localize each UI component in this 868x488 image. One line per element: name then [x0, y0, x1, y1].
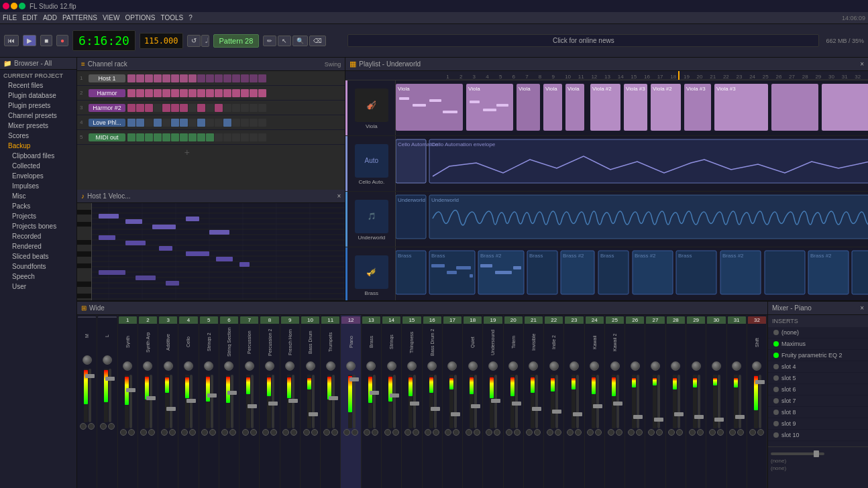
pat-btn[interactable]: [171, 74, 179, 82]
ch-fader-track[interactable]: [698, 375, 700, 428]
pat-btn[interactable]: [197, 74, 205, 82]
sidebar-item-envelopes[interactable]: Envelopes: [0, 171, 76, 181]
ch-route-knob[interactable]: [697, 429, 704, 436]
pat-btn[interactable]: [188, 89, 197, 97]
ch-route-knob[interactable]: [331, 429, 338, 436]
pat-btn[interactable]: [180, 74, 188, 82]
mixer-channel-19[interactable]: 19 Undersound: [483, 315, 503, 488]
ch-fader-knob[interactable]: [735, 415, 745, 419]
ch-pan-knob[interactable]: [488, 361, 498, 371]
ch-fader-knob[interactable]: [349, 377, 359, 381]
insert-slot-8[interactable]: slot 8: [768, 407, 868, 418]
stop-button[interactable]: ■: [40, 35, 52, 46]
ch-send-knob[interactable]: [161, 429, 168, 436]
pat-btn[interactable]: [145, 104, 153, 112]
ch-send-knob[interactable]: [709, 429, 716, 436]
ch-fader-track[interactable]: [190, 375, 193, 428]
sidebar-item-plugin-db[interactable]: Plugin database: [0, 90, 76, 101]
ch-send-knob[interactable]: [506, 429, 512, 436]
ch-fader-knob[interactable]: [85, 374, 95, 378]
ch-fader-knob[interactable]: [471, 404, 480, 408]
ch-route-knob[interactable]: [351, 429, 358, 436]
mixer-channel-25[interactable]: 25 Kawaii 2: [605, 315, 625, 488]
ch-fader-track[interactable]: [596, 375, 599, 428]
ch-fader-track[interactable]: [292, 375, 294, 428]
pat-btn[interactable]: [188, 133, 197, 141]
pat-btn[interactable]: [136, 89, 144, 97]
ch-send-knob[interactable]: [384, 429, 391, 436]
pat-btn[interactable]: [136, 104, 144, 112]
insert-slot-9[interactable]: slot 9: [768, 418, 868, 430]
ch-fader-knob[interactable]: [573, 412, 582, 416]
pat-btn[interactable]: [258, 119, 266, 127]
ch-route-knob[interactable]: [514, 429, 521, 436]
ch-fader-knob[interactable]: [370, 391, 379, 395]
ch-pan-knob[interactable]: [427, 361, 437, 371]
ch-pan-knob[interactable]: [407, 361, 417, 371]
ch-route-knob[interactable]: [494, 429, 500, 436]
sidebar-item-clipboard[interactable]: Clipboard files: [0, 151, 76, 161]
pat-btn[interactable]: [162, 89, 170, 97]
ch-route-knob[interactable]: [433, 429, 439, 436]
mixer-channel-18[interactable]: 18 Quiet: [463, 315, 483, 488]
ch-fader-track[interactable]: [211, 375, 213, 428]
menu-add[interactable]: ADD: [43, 14, 57, 21]
ch-pan-knob[interactable]: [712, 361, 721, 371]
ch-fader-track[interactable]: [454, 375, 457, 428]
ch-route-knob[interactable]: [270, 429, 277, 436]
mixer-channel-29[interactable]: 29: [686, 315, 706, 488]
ch-route-knob[interactable]: [311, 429, 318, 436]
piano-roll-area[interactable]: [77, 203, 345, 300]
ch-route-knob[interactable]: [108, 423, 115, 430]
sidebar-item-impulses[interactable]: Impulses: [0, 181, 76, 191]
ch-fader-knob[interactable]: [207, 393, 217, 398]
ch-pan-knob[interactable]: [468, 361, 478, 371]
ch-fader-track[interactable]: [272, 375, 274, 428]
ch-send-knob[interactable]: [445, 429, 451, 436]
pat-btn[interactable]: [188, 119, 197, 127]
pat-btn[interactable]: [180, 104, 188, 112]
mixer-channel-15[interactable]: 15 Thingness: [402, 315, 422, 488]
pat-btn[interactable]: [241, 133, 249, 141]
pat-btn[interactable]: [188, 74, 197, 82]
ch-fader-track[interactable]: [616, 375, 619, 428]
ch-pan-knob[interactable]: [83, 355, 92, 365]
pat-btn[interactable]: [215, 119, 223, 127]
ch-send-knob[interactable]: [466, 429, 472, 436]
ch-send-knob[interactable]: [181, 429, 188, 436]
pat-btn[interactable]: [145, 119, 153, 127]
channel-label-harmor2[interactable]: Harmor #2: [89, 104, 125, 112]
ch-send-knob[interactable]: [486, 429, 492, 436]
add-channel-button[interactable]: +: [77, 145, 345, 158]
ch-pan-knob[interactable]: [366, 361, 376, 371]
minimize-btn[interactable]: [11, 3, 17, 9]
send-fader[interactable]: [771, 452, 824, 455]
ch-fader-knob[interactable]: [451, 412, 460, 416]
pat-btn[interactable]: [223, 74, 231, 82]
mixer-channel-1[interactable]: 1 Synth: [118, 315, 138, 488]
ch-send-knob[interactable]: [242, 429, 249, 436]
ch-pan-knob[interactable]: [224, 361, 233, 371]
ch-fader-track[interactable]: [312, 375, 315, 428]
close-inserts[interactable]: ×: [860, 304, 864, 312]
ch-pan-knob[interactable]: [306, 361, 315, 371]
pat-btn[interactable]: [127, 89, 135, 97]
ch-fader-track[interactable]: [576, 375, 579, 428]
mixer-channel-14[interactable]: 14 Strings: [382, 315, 402, 488]
ch-pan-knob[interactable]: [569, 361, 579, 371]
pat-btn[interactable]: [223, 119, 231, 127]
pat-btn[interactable]: [154, 89, 162, 97]
pat-btn[interactable]: [171, 104, 179, 112]
tool-zoom[interactable]: 🔍: [292, 36, 308, 46]
ch-send-knob[interactable]: [323, 429, 330, 436]
ch-route-knob[interactable]: [209, 429, 216, 436]
ch-route-knob[interactable]: [250, 429, 257, 436]
insert-slot-none[interactable]: (none): [768, 327, 868, 339]
ch-send-knob[interactable]: [668, 429, 675, 436]
sidebar-item-rendered[interactable]: Rendered: [0, 241, 76, 251]
ch-send-knob[interactable]: [404, 429, 411, 436]
ch-fader-track[interactable]: [129, 375, 132, 428]
pat-btn[interactable]: [215, 89, 223, 97]
ch-pan-knob[interactable]: [204, 361, 213, 371]
pat-btn[interactable]: [250, 89, 258, 97]
